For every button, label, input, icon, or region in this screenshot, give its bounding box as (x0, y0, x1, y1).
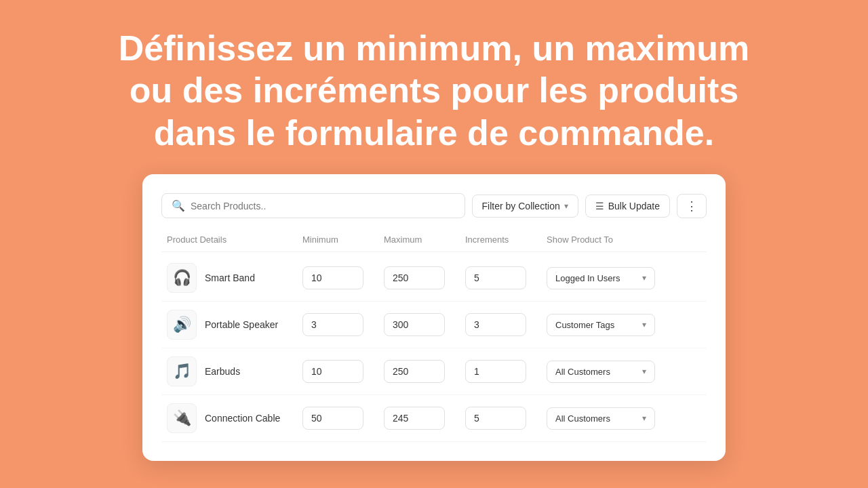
increments-cell (465, 266, 547, 289)
table-row: 🔌 Connection Cable All Customers ▾ (161, 395, 707, 442)
minimum-cell (302, 407, 384, 430)
hero-line2: ou des incréments pour les produits (130, 70, 739, 110)
minimum-cell (302, 266, 384, 289)
hero-line1: Définissez un minimum, un maximum (119, 28, 749, 68)
maximum-cell (384, 360, 465, 383)
show-to-select[interactable]: Logged In Users ▾ (547, 267, 655, 289)
col-show-product-to: Show Product To (547, 235, 669, 245)
show-to-select[interactable]: Customer Tags ▾ (547, 314, 655, 336)
product-name: Portable Speaker (205, 319, 278, 330)
table-row: 🎵 Earbuds All Customers ▾ (161, 348, 707, 395)
product-cell: 🎧 Smart Band (167, 263, 302, 293)
product-image: 🎵 (167, 357, 197, 386)
maximum-input[interactable] (384, 407, 445, 430)
product-image: 🎧 (167, 263, 197, 293)
increments-input[interactable] (465, 266, 526, 289)
table-header: Product Details Minimum Maximum Incremen… (161, 235, 707, 252)
increments-input[interactable] (465, 313, 526, 336)
minimum-input[interactable] (302, 407, 363, 430)
product-cell: 🔌 Connection Cable (167, 403, 302, 433)
product-name: Smart Band (205, 272, 255, 283)
show-to-cell: Customer Tags ▾ (547, 314, 669, 336)
show-to-chevron-icon: ▾ (642, 367, 646, 376)
bulk-update-button[interactable]: ☰ Bulk Update (585, 195, 670, 218)
minimum-input[interactable] (302, 266, 363, 289)
table-body: 🎧 Smart Band Logged In Users ▾ 🔊 Portabl… (161, 255, 707, 442)
col-minimum: Minimum (302, 235, 384, 245)
more-icon: ⋮ (686, 199, 698, 213)
product-cell: 🔊 Portable Speaker (167, 310, 302, 340)
product-name: Connection Cable (205, 413, 280, 424)
col-increments: Increments (465, 235, 547, 245)
col-maximum: Maximum (384, 235, 465, 245)
col-product-details: Product Details (167, 235, 302, 245)
show-to-chevron-icon: ▾ (642, 320, 646, 329)
maximum-cell (384, 313, 465, 336)
hero-text: Définissez un minimum, un maximum ou des… (64, 0, 804, 174)
minimum-cell (302, 313, 384, 336)
show-to-label: All Customers (555, 367, 610, 377)
show-to-chevron-icon: ▾ (642, 413, 646, 423)
maximum-input[interactable] (384, 313, 445, 336)
search-wrapper: 🔍 (161, 193, 465, 218)
table-row: 🔊 Portable Speaker Customer Tags ▾ (161, 302, 707, 348)
toolbar: 🔍 Filter by Collection ▾ ☰ Bulk Update ⋮ (161, 193, 707, 218)
maximum-cell (384, 266, 465, 289)
product-image: 🔌 (167, 403, 197, 433)
maximum-cell (384, 407, 465, 430)
filter-label: Filter by Collection (482, 201, 560, 211)
filter-chevron-icon: ▾ (564, 201, 568, 211)
minimum-input[interactable] (302, 313, 363, 336)
show-to-select[interactable]: All Customers ▾ (547, 361, 655, 383)
maximum-input[interactable] (384, 360, 445, 383)
more-options-button[interactable]: ⋮ (677, 194, 707, 218)
show-to-select[interactable]: All Customers ▾ (547, 407, 655, 430)
show-to-chevron-icon: ▾ (642, 273, 646, 283)
increments-cell (465, 407, 547, 430)
show-to-label: All Customers (555, 413, 610, 424)
minimum-cell (302, 360, 384, 383)
increments-input[interactable] (465, 360, 526, 383)
product-cell: 🎵 Earbuds (167, 357, 302, 386)
main-card: 🔍 Filter by Collection ▾ ☰ Bulk Update ⋮… (142, 174, 726, 461)
product-name: Earbuds (205, 366, 240, 377)
bulk-update-label: Bulk Update (608, 201, 660, 211)
search-input[interactable] (191, 201, 455, 211)
increments-cell (465, 360, 547, 383)
show-to-label: Customer Tags (555, 320, 614, 330)
maximum-input[interactable] (384, 266, 445, 289)
search-icon: 🔍 (172, 199, 185, 212)
increments-cell (465, 313, 547, 336)
show-to-cell: All Customers ▾ (547, 407, 669, 430)
show-to-label: Logged In Users (555, 273, 620, 283)
show-to-cell: All Customers ▾ (547, 361, 669, 383)
filter-by-collection-button[interactable]: Filter by Collection ▾ (472, 195, 578, 218)
show-to-cell: Logged In Users ▾ (547, 267, 669, 289)
minimum-input[interactable] (302, 360, 363, 383)
table-row: 🎧 Smart Band Logged In Users ▾ (161, 255, 707, 302)
product-image: 🔊 (167, 310, 197, 340)
hero-line3: dans le formulaire de commande. (154, 113, 714, 152)
bulk-update-icon: ☰ (595, 201, 604, 211)
increments-input[interactable] (465, 407, 526, 430)
